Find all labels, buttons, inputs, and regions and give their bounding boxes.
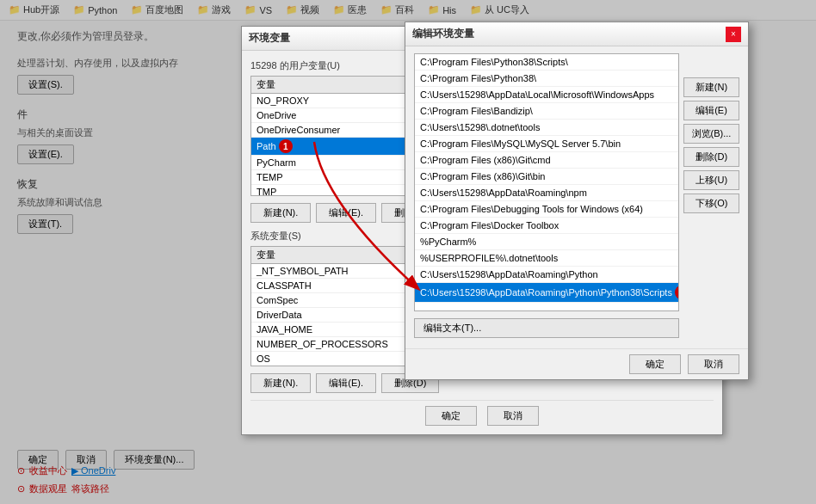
path-delete-btn[interactable]: 删除(D) — [683, 147, 739, 167]
path-item-8[interactable]: C:\Users\15298\AppData\Roaming\npm — [415, 185, 678, 201]
edit-right-btns: 新建(N) 编辑(E) 浏览(B)... 删除(D) 上移(U) 下移(O) — [683, 77, 739, 213]
path-item-1[interactable]: C:\Program Files\Python38\ — [415, 71, 678, 87]
path-item-3[interactable]: C:\Program Files\Bandizip\ — [415, 103, 678, 120]
path-down-btn[interactable]: 下移(O) — [683, 194, 739, 213]
edit-dialog-titlebar: 编辑环境变量 × — [405, 22, 748, 46]
edit-dialog-close-btn[interactable]: × — [726, 27, 741, 42]
path-up-btn[interactable]: 上移(U) — [683, 170, 739, 190]
user-edit-btn[interactable]: 编辑(E). — [316, 203, 376, 223]
sys-edit-btn[interactable]: 编辑(E). — [316, 373, 376, 393]
path-item-6[interactable]: C:\Program Files (x86)\Git\cmd — [415, 152, 678, 169]
sys-new-btn[interactable]: 新建(N). — [250, 373, 311, 393]
env-cancel-btn[interactable]: 取消 — [487, 406, 539, 426]
path-item-7[interactable]: C:\Program Files (x86)\Git\bin — [415, 169, 678, 185]
path-edit-btn[interactable]: 编辑(E) — [683, 101, 739, 120]
path-list[interactable]: C:\Program Files\Python38\Scripts\C:\Pro… — [414, 53, 679, 311]
edit-ok-btn[interactable]: 确定 — [629, 354, 681, 374]
path-new-btn[interactable]: 新建(N) — [683, 77, 739, 97]
path-edit-text-btn[interactable]: 编辑文本(T)... — [414, 318, 679, 338]
path-item-14[interactable]: C:\Users\15298\AppData\Roaming\Python\Py… — [415, 283, 678, 303]
path-item-12[interactable]: %USERPROFILE%\.dotnet\tools — [415, 250, 678, 267]
env-ok-btn[interactable]: 确定 — [425, 406, 477, 426]
edit-dialog-title: 编辑环境变量 — [412, 27, 474, 41]
path-browse-btn[interactable]: 浏览(B)... — [683, 124, 739, 144]
env-dialog-footer: 确定 取消 — [250, 400, 714, 426]
path-item-0[interactable]: C:\Program Files\Python38\Scripts\ — [415, 54, 678, 71]
path-item-13[interactable]: C:\Users\15298\AppData\Roaming\Python — [415, 267, 678, 283]
path-item-11[interactable]: %PyCharm% — [415, 234, 678, 250]
edit-dialog-body: C:\Program Files\Python38\Scripts\C:\Pro… — [405, 46, 748, 348]
path-item-2[interactable]: C:\Users\15298\AppData\Local\Microsoft\W… — [415, 87, 678, 103]
path-item-9[interactable]: C:\Program Files\Debugging Tools for Win… — [415, 201, 678, 218]
user-new-btn[interactable]: 新建(N). — [250, 203, 311, 223]
path-item-4[interactable]: C:\Users\15298\.dotnet\tools — [415, 120, 678, 136]
path-item-5[interactable]: C:\Program Files\MySQL\MySQL Server 5.7\… — [415, 136, 678, 152]
path-item-10[interactable]: C:\Program Files\Docker Toolbox — [415, 218, 678, 234]
env-dialog-title: 环境变量 — [249, 31, 290, 46]
edit-dialog-footer: 确定 取消 — [405, 348, 748, 379]
edit-cancel-btn[interactable]: 取消 — [688, 354, 739, 374]
edit-env-dialog: 编辑环境变量 × C:\Program Files\Python38\Scrip… — [405, 22, 749, 380]
